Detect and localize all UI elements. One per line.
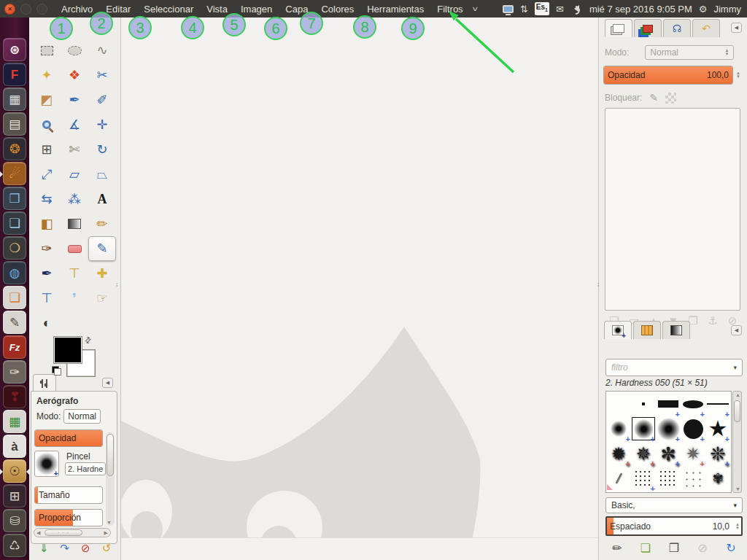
restore-options-button[interactable]: ↷ <box>58 541 72 556</box>
layers-list[interactable] <box>605 108 740 311</box>
tab-patterns[interactable] <box>633 321 661 339</box>
tool-options-scrollbar[interactable]: ▼ <box>106 432 115 526</box>
tool-move[interactable]: ✛ <box>88 112 116 137</box>
tool-perspective[interactable]: ⏢ <box>88 162 116 187</box>
tool-bucket-fill[interactable]: ◧ <box>33 211 61 236</box>
tool-paths[interactable]: ✒ <box>61 88 88 112</box>
new-brush-button[interactable]: ❏ <box>638 541 653 556</box>
right-splitter-grip[interactable]: ⁞ <box>597 281 598 288</box>
tool-measure[interactable]: ∡ <box>61 112 88 137</box>
tool-options-collapse-button[interactable]: ◀ <box>102 378 113 388</box>
brush-name-field[interactable]: 2. Hardne <box>65 462 106 475</box>
default-colors-icon[interactable] <box>52 366 61 376</box>
tool-options-tab[interactable] <box>33 374 56 392</box>
launcher-libreoffice-calc[interactable]: ▦ <box>3 410 26 433</box>
tool-eraser[interactable] <box>61 236 88 261</box>
tool-blend[interactable] <box>61 211 88 236</box>
tool-shear[interactable]: ▱ <box>61 162 88 187</box>
tool-airbrush[interactable]: ✎ <box>88 236 116 261</box>
tab-layers[interactable] <box>605 19 632 37</box>
brush-grid-scrollbar[interactable]: ▲▼ <box>732 391 742 493</box>
launcher-workspace-switcher[interactable]: ⊞ <box>3 484 26 508</box>
tool-color-picker[interactable]: ✐ <box>88 88 116 112</box>
launcher-shotwell[interactable]: ❂ <box>3 137 26 160</box>
tool-blur-sharpen[interactable]: ❜ <box>61 286 88 311</box>
tool-paintbrush[interactable]: ✑ <box>33 236 61 261</box>
clock[interactable]: mié 7 sep 2016 9:05 PM <box>589 4 692 15</box>
tool-rect-select[interactable] <box>33 38 61 63</box>
reset-options-button[interactable]: ↺ <box>99 541 114 556</box>
tool-free-select[interactable]: ∿ <box>88 38 116 63</box>
tool-fuzzy-select[interactable]: ✦ <box>33 63 61 88</box>
minimize-button[interactable] <box>20 4 31 15</box>
opacity-spinner[interactable]: ▲▼ <box>736 71 740 79</box>
launcher-paint-app[interactable]: ✑ <box>3 360 26 384</box>
sound-indicator[interactable] <box>570 5 583 12</box>
brush-hardness-050-selected[interactable]: + <box>631 416 656 441</box>
menu-herramientas[interactable]: Herramientas <box>360 1 430 17</box>
launcher-character-map[interactable]: à <box>3 435 26 458</box>
left-splitter-grip[interactable]: ⁞ <box>116 281 117 288</box>
mail-indicator[interactable]: ✉ <box>556 4 564 15</box>
ratio-slider[interactable]: Proporción <box>34 509 103 526</box>
opacity-slider[interactable]: Opacidad <box>34 429 103 447</box>
tab-undo-history[interactable]: ↶ <box>692 19 720 37</box>
tab-channels[interactable] <box>634 19 662 37</box>
delete-brush-button[interactable]: ⊘ <box>695 541 710 556</box>
keyboard-layout-indicator[interactable]: Es1 <box>535 2 549 15</box>
menu-colores[interactable]: Colores <box>314 1 360 17</box>
launcher-image-viewer[interactable]: ❍ <box>3 236 26 260</box>
foreground-color-swatch[interactable] <box>54 337 82 363</box>
launcher-file-cabinet[interactable]: ▤ <box>3 112 26 136</box>
launcher-gimp[interactable]: ☉ <box>3 459 26 483</box>
tool-dodge-burn[interactable]: ◐ <box>33 311 61 335</box>
anchor-layer-button[interactable]: ⚓ <box>705 314 720 328</box>
edit-brush-button[interactable]: ✏ <box>610 541 624 556</box>
brush-collection-select[interactable]: Basic, ▾ <box>605 497 743 513</box>
mode-select[interactable]: Normal <box>63 409 101 424</box>
duplicate-brush-button[interactable]: ❐ <box>667 541 681 556</box>
tool-heal[interactable]: ✚ <box>88 261 116 286</box>
tool-ellipse-select[interactable] <box>61 38 88 63</box>
brush-filter-input[interactable]: filtro ▾ <box>605 359 743 376</box>
refresh-brushes-button[interactable]: ↻ <box>724 541 738 556</box>
tool-perspective-clone[interactable]: ⊤ <box>33 286 61 311</box>
launcher-impress[interactable]: ❏ <box>3 286 26 309</box>
username[interactable]: Jimmy <box>713 4 741 15</box>
launcher-firefox[interactable]: ☄ <box>3 162 26 185</box>
session-gear-icon[interactable]: ⚙ <box>699 4 708 15</box>
layer-opacity-slider[interactable]: Opacidad 100,0 <box>603 66 733 85</box>
menu-seleccionar[interactable]: Seleccionar <box>137 1 200 17</box>
launcher-dark-red-app[interactable]: ❣ <box>3 385 26 408</box>
tool-pencil[interactable]: ✏ <box>88 211 116 236</box>
tool-zoom[interactable] <box>33 112 61 137</box>
tool-smudge[interactable]: ☞ <box>88 286 116 311</box>
tab-brushes[interactable] <box>604 321 632 339</box>
menu-overflow-chevron[interactable]: ∨ <box>466 5 483 12</box>
filter-dropdown-arrow[interactable]: ▾ <box>733 364 737 371</box>
spacing-slider[interactable]: Espaciado 10,0 ▲▼ <box>605 516 743 536</box>
tool-options-hscrollbar[interactable]: ◀ · · · ▶ <box>34 528 111 537</box>
tool-text[interactable]: A <box>88 187 116 211</box>
tool-align[interactable]: ⊞ <box>33 137 61 162</box>
tool-crop[interactable]: ✄ <box>61 137 88 162</box>
remote-desktop-indicator[interactable] <box>503 5 514 13</box>
launcher-remote-desktop[interactable]: ❏ <box>3 211 26 235</box>
tool-cage-transform[interactable]: ⁂ <box>61 187 88 211</box>
close-button[interactable]: ✕ <box>4 4 15 15</box>
launcher-virtualbox[interactable]: ❒ <box>3 187 26 210</box>
launcher-hard-disk[interactable]: ⛁ <box>3 509 26 532</box>
launcher-f-app[interactable]: F <box>3 63 26 86</box>
save-options-button[interactable]: ⇓ <box>36 541 51 556</box>
tab-paths[interactable]: ☊ <box>663 19 691 37</box>
spacing-spinner[interactable]: ▲▼ <box>735 523 740 530</box>
network-indicator[interactable]: ⇅ <box>520 4 528 15</box>
tool-rotate[interactable]: ↻ <box>88 137 116 162</box>
tool-ink[interactable]: ✒ <box>33 261 61 286</box>
brush-preview[interactable]: + <box>34 451 59 477</box>
delete-options-button[interactable]: ⊘ <box>78 541 93 556</box>
layer-mode-select[interactable]: Normal▲▼ <box>645 45 734 60</box>
lock-pixels-icon[interactable]: ✎ <box>649 92 658 104</box>
launcher-text-editor[interactable]: ✎ <box>3 311 26 334</box>
swap-colors-icon[interactable]: ⇄ <box>82 335 94 346</box>
